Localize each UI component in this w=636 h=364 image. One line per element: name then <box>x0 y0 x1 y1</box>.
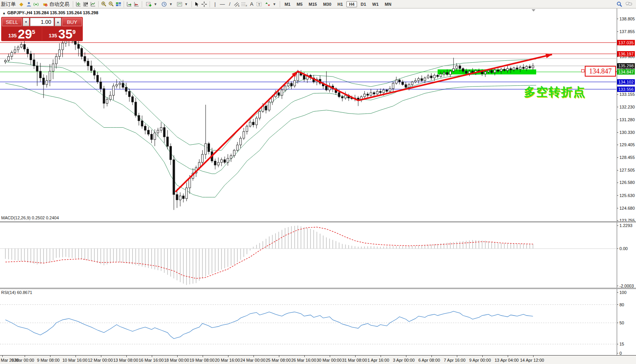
line-chart-icon[interactable] <box>90 1 96 7</box>
bar-chart-icon[interactable] <box>75 1 82 7</box>
volume-up-button[interactable]: ▲ <box>55 18 61 26</box>
crosshair-icon[interactable] <box>201 1 208 7</box>
arrows-icon <box>265 1 271 7</box>
time-tick <box>177 356 178 357</box>
auto-scroll-icon[interactable] <box>126 1 133 7</box>
time-tick <box>482 356 483 357</box>
buy-button[interactable]: BUY <box>62 18 82 26</box>
separator <box>210 1 210 7</box>
zoom-in-icon[interactable] <box>101 1 107 7</box>
timeframe-d1[interactable]: D1 <box>358 1 369 7</box>
timeframe-m15[interactable]: M15 <box>306 1 319 7</box>
price-annotation-box[interactable]: 134.847 <box>585 66 616 77</box>
search-icon[interactable] <box>616 1 623 7</box>
time-label: 14 Apr 12:00 <box>520 358 544 362</box>
time-tick <box>406 356 406 357</box>
timeframe-w1[interactable]: W1 <box>369 1 381 7</box>
annotation-anchor-handle[interactable] <box>581 69 584 72</box>
chevron-down-icon: ▼ <box>185 2 188 6</box>
cursor-icon[interactable] <box>194 1 200 7</box>
svg-text:E: E <box>238 5 240 7</box>
svg-text:133.155: 133.155 <box>619 92 635 97</box>
chart-shift-icon[interactable] <box>133 1 140 7</box>
time-tick <box>533 356 534 357</box>
time-label: 19 Mar 08:00 <box>190 358 215 362</box>
panel-separator[interactable] <box>0 221 636 222</box>
zoom-out-icon[interactable] <box>108 1 114 7</box>
svg-text:124.680: 124.680 <box>619 206 635 210</box>
turning-point-annotation[interactable]: 多空转折点 <box>524 84 586 100</box>
time-tick <box>152 356 152 357</box>
panel-separator[interactable] <box>0 288 636 289</box>
timeframe-h1[interactable]: H1 <box>335 1 346 7</box>
timeframe-m1[interactable]: M1 <box>282 1 293 7</box>
trendline-tool-icon[interactable]: / <box>227 1 233 7</box>
macd-panel: 1.22930.00-2.0003 <box>0 223 634 288</box>
chart-shift-marker[interactable] <box>532 9 535 12</box>
time-tick <box>126 356 127 357</box>
trader-profile-icon[interactable] <box>25 1 32 7</box>
svg-text:0.00: 0.00 <box>619 246 628 251</box>
mt4-terminal: { "toolbar": { "new_order": "新订单", "auto… <box>0 0 636 364</box>
svg-text:137.855: 137.855 <box>619 29 635 34</box>
svg-text:135.298: 135.298 <box>618 63 634 68</box>
buy-price[interactable]: 135359 <box>42 27 82 40</box>
time-tick <box>381 356 381 357</box>
text-tool-icon[interactable]: A <box>248 1 255 7</box>
vertical-line-tool-icon[interactable]: | <box>212 1 218 7</box>
svg-text:80: 80 <box>619 302 624 307</box>
separator <box>73 1 73 7</box>
time-tick <box>50 356 50 357</box>
timeframe-h4[interactable]: H4 <box>346 1 357 7</box>
volume-input[interactable]: 1.00 <box>30 18 54 26</box>
time-axis[interactable]: Mar 20206 Mar 00:009 Mar 08:0010 Mar 16:… <box>0 355 636 364</box>
time-tick <box>25 356 25 357</box>
svg-text:50: 50 <box>619 321 624 325</box>
separator <box>98 1 99 7</box>
volume-down-button[interactable]: ▼ <box>23 18 29 26</box>
templates-button[interactable]: ▼ <box>175 0 190 8</box>
candlesticks <box>5 33 534 210</box>
timeframe-m30[interactable]: M30 <box>321 1 334 7</box>
time-tick <box>76 356 76 357</box>
tile-windows-icon[interactable] <box>115 1 122 7</box>
collapse-arrow-icon[interactable]: ▲ <box>2 11 6 15</box>
channel-tool-icon[interactable]: E <box>234 1 240 7</box>
fibonacci-tool-icon[interactable]: F <box>241 1 248 7</box>
periods-button[interactable]: ▼ <box>159 0 174 8</box>
indicators-button[interactable]: ▼ <box>144 0 159 8</box>
sell-price[interactable]: 135295 <box>2 27 42 40</box>
horizontal-line-tool-icon[interactable]: — <box>219 1 226 7</box>
one-click-trading-panel: SELL ▼ 1.00 ▲ BUY 135295 135359 <box>1 17 83 41</box>
time-label: 6 Apr 08:00 <box>418 358 440 362</box>
arrows-tool-button[interactable]: ▼ <box>263 0 278 8</box>
gold-symbol-icon[interactable]: ◆ <box>18 1 25 7</box>
svg-text:134.102: 134.102 <box>618 80 634 84</box>
time-label: 6 Mar 00:00 <box>12 358 34 362</box>
svg-text:128.455: 128.455 <box>619 155 635 160</box>
time-label: 7 Apr 16:00 <box>444 358 465 362</box>
svg-text:134.847: 134.847 <box>618 70 634 74</box>
svg-text:132.230: 132.230 <box>619 105 635 109</box>
candlestick-chart-icon[interactable] <box>82 1 89 7</box>
label-tool-icon[interactable]: T <box>256 1 262 7</box>
svg-text:100: 100 <box>619 290 626 295</box>
time-label: 26 Mar 16:00 <box>291 358 316 362</box>
timeframe-m5[interactable]: M5 <box>294 1 305 7</box>
timeframe-mn[interactable]: MN <box>382 1 394 7</box>
add-indicator-icon <box>146 1 152 7</box>
time-label: 13 Apr 04:00 <box>495 358 519 362</box>
new-order-button[interactable]: 新订单 <box>0 0 17 8</box>
time-tick <box>457 356 457 357</box>
sell-button[interactable]: SELL <box>2 18 22 26</box>
price-axis-border <box>617 8 617 355</box>
auto-trading-button[interactable]: 自动交易 <box>40 0 71 8</box>
svg-text:129.405: 129.405 <box>619 142 635 147</box>
horizontal-price-lines[interactable] <box>0 43 616 89</box>
chat-bubbles-icon[interactable] <box>626 1 632 7</box>
clock-icon <box>161 1 168 7</box>
signal-icon[interactable] <box>33 1 39 7</box>
svg-text:136.197: 136.197 <box>618 52 634 56</box>
separator <box>142 1 142 7</box>
time-tick <box>253 356 254 357</box>
